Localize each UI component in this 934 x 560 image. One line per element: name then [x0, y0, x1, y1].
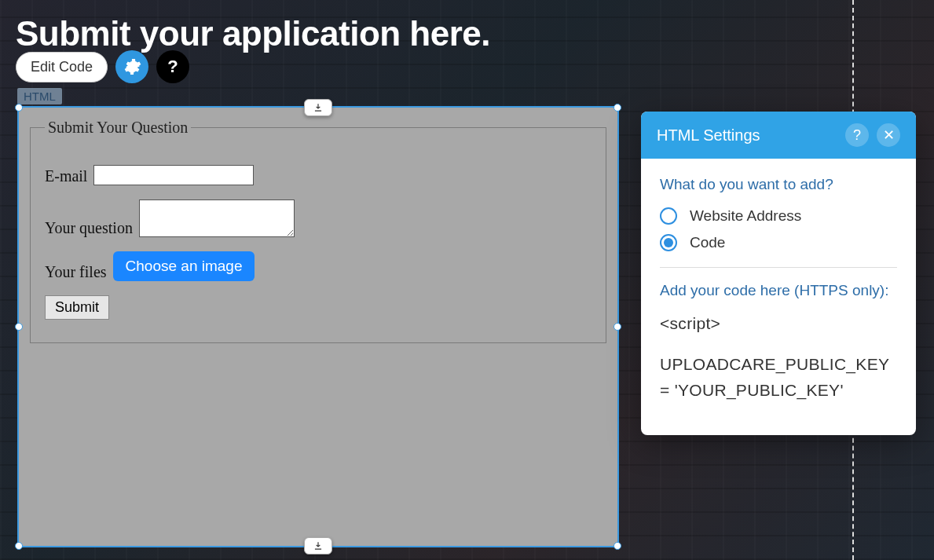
page-title: Submit your application here.: [16, 14, 490, 53]
email-label: E-mail: [45, 167, 87, 185]
radio-icon: [660, 207, 677, 225]
panel-close-button[interactable]: ✕: [877, 123, 900, 147]
editor-toolbar: Edit Code ?: [16, 50, 189, 83]
resize-handle-top-right[interactable]: [614, 104, 621, 112]
html-element-badge: HTML: [17, 88, 62, 104]
radio-icon: [660, 234, 677, 251]
radio-code[interactable]: Code: [660, 234, 897, 251]
gear-icon: [123, 57, 141, 76]
email-field[interactable]: [93, 165, 254, 185]
settings-button[interactable]: [115, 50, 148, 83]
attach-top-button[interactable]: [304, 99, 332, 116]
radio-label: Code: [690, 234, 725, 251]
code-preview[interactable]: <script> UPLOADCARE_PUBLIC_KEY = 'YOUR_P…: [660, 310, 897, 404]
resize-handle-bottom-left[interactable]: [15, 542, 23, 550]
panel-header: HTML Settings ? ✕: [641, 112, 916, 159]
email-row: E-mail: [45, 165, 592, 185]
html-widget-frame[interactable]: Submit Your Question E-mail Your questio…: [17, 106, 619, 547]
question-field[interactable]: [139, 199, 295, 237]
submit-row: Submit: [45, 295, 592, 320]
form-legend: Submit Your Question: [45, 119, 191, 137]
panel-help-button[interactable]: ?: [845, 123, 869, 147]
resize-handle-bottom-right[interactable]: [614, 542, 621, 550]
code-line: <script>: [660, 310, 897, 337]
download-icon: [313, 540, 324, 551]
panel-title: HTML Settings: [657, 126, 760, 145]
panel-header-icons: ? ✕: [845, 123, 900, 147]
resize-handle-left[interactable]: [15, 323, 23, 331]
attach-bottom-button[interactable]: [304, 537, 332, 555]
files-row: Your files Choose an image: [45, 251, 592, 281]
question-row: Your question: [45, 199, 592, 237]
download-icon: [313, 102, 324, 113]
submit-button[interactable]: Submit: [45, 295, 109, 320]
question-form: Submit Your Question E-mail Your questio…: [30, 119, 606, 343]
close-icon: ✕: [883, 126, 895, 144]
help-button[interactable]: ?: [156, 50, 189, 83]
choose-image-button[interactable]: Choose an image: [113, 251, 255, 281]
question-mark-icon: ?: [167, 57, 178, 77]
code-line: UPLOADCARE_PUBLIC_KEY = 'YOUR_PUBLIC_KEY…: [660, 351, 897, 404]
files-label: Your files: [45, 263, 107, 281]
question-label: Your question: [45, 219, 133, 237]
resize-handle-right[interactable]: [614, 323, 621, 331]
radio-label: Website Address: [690, 207, 801, 225]
radio-website-address[interactable]: Website Address: [660, 207, 897, 225]
question-mark-icon: ?: [853, 127, 861, 144]
panel-prompt: What do you want to add?: [660, 176, 897, 193]
resize-handle-top-left[interactable]: [15, 104, 23, 112]
panel-divider: [660, 267, 897, 268]
add-code-label: Add your code here (HTTPS only):: [660, 282, 897, 299]
html-settings-panel: HTML Settings ? ✕ What do you want to ad…: [641, 112, 916, 435]
edit-code-button[interactable]: Edit Code: [16, 52, 108, 82]
code-blank-line: [660, 337, 897, 351]
panel-body: What do you want to add? Website Address…: [641, 159, 916, 421]
